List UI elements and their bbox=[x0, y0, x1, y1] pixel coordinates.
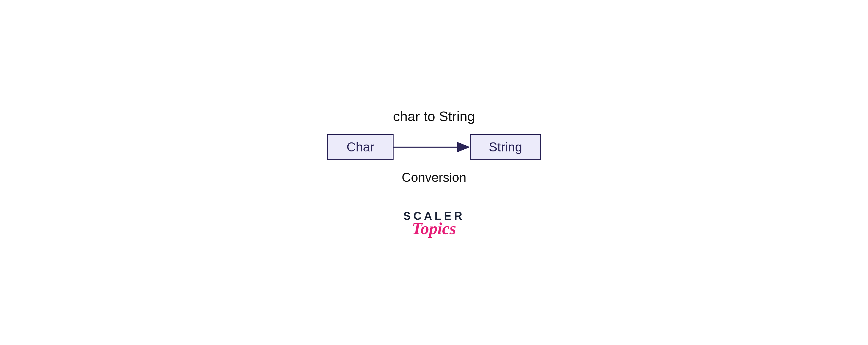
source-node-box: Char bbox=[327, 134, 394, 160]
brand-logo: SCALER Topics bbox=[403, 210, 465, 237]
target-node-box: String bbox=[470, 134, 541, 160]
arrow-icon bbox=[394, 139, 470, 155]
diagram-container: char to String Char String Conversion SC… bbox=[327, 108, 541, 237]
diagram-caption: Conversion bbox=[402, 170, 466, 185]
diagram-title: char to String bbox=[393, 108, 475, 124]
flow-row: Char String bbox=[327, 134, 541, 160]
svg-marker-1 bbox=[457, 142, 470, 152]
brand-line2: Topics bbox=[412, 220, 456, 237]
